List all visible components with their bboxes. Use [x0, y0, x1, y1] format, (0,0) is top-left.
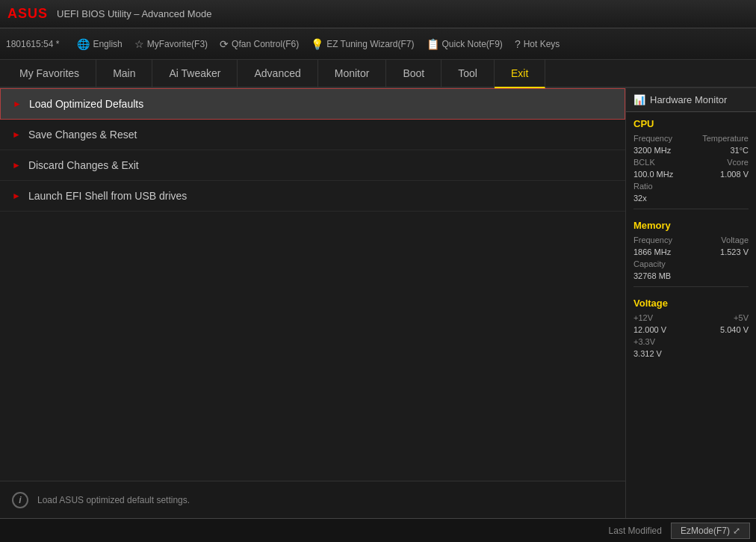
menu-list: ► Load Optimized Defaults ► Save Changes…: [0, 88, 625, 481]
tab-exit[interactable]: Exit: [495, 60, 545, 88]
arrow-icon: ►: [13, 99, 22, 109]
myfavorite-button[interactable]: ☆ MyFavorite(F3): [134, 38, 208, 50]
memory-section-title: Memory: [626, 214, 756, 234]
qfan-button[interactable]: ⟳ Qfan Control(F6): [220, 38, 299, 50]
cpu-ratio-row: Ratio: [626, 180, 756, 192]
arrow-icon-4: ►: [12, 191, 21, 201]
hotkeys-icon: ?: [515, 38, 521, 50]
toolbar: 1801615:54 * 🌐 English ☆ MyFavorite(F3) …: [0, 28, 756, 60]
hw-monitor-label: Hardware Monitor: [650, 94, 727, 105]
ez-mode-button[interactable]: EzMode(F7) ⤢: [671, 523, 750, 539]
mem-capacity-value: 32768 MB: [633, 271, 671, 280]
qfan-label: Qfan Control(F6): [232, 39, 299, 49]
v33-value-row: 3.312 V: [626, 348, 756, 360]
voltage-section-title: Voltage: [626, 292, 756, 312]
last-modified-label: Last Modified: [609, 526, 662, 536]
v33-label: +3.3V: [633, 337, 655, 346]
mem-frequency-row: Frequency Voltage: [626, 234, 756, 246]
cpu-bclk-value-row: 100.0 MHz 1.008 V: [626, 168, 756, 180]
tab-ai-tweaker[interactable]: Ai Tweaker: [152, 60, 238, 87]
cpu-ratio-label: Ratio: [633, 182, 653, 191]
tab-monitor[interactable]: Monitor: [318, 60, 387, 87]
v12-row: +12V +5V: [626, 312, 756, 324]
quicknote-icon: 📋: [427, 38, 439, 50]
mem-frequency-value-row: 1866 MHz 1.523 V: [626, 246, 756, 258]
menu-item-label-4: Launch EFI Shell from USB drives: [28, 190, 187, 202]
hardware-monitor-sidebar: 📊 Hardware Monitor CPU Frequency Tempera…: [625, 88, 756, 518]
v5-value: 5.040 V: [720, 325, 749, 334]
menu-item-label: Load Optimized Defaults: [29, 98, 143, 110]
memory-divider: [633, 286, 749, 287]
info-text: Load ASUS optimized default settings.: [37, 495, 190, 505]
eztuning-icon: 💡: [311, 38, 323, 50]
cpu-bclk-label: BCLK: [633, 158, 655, 167]
hw-monitor-title: 📊 Hardware Monitor: [626, 88, 756, 112]
quicknote-button[interactable]: 📋 Quick Note(F9): [427, 38, 503, 50]
tab-advanced[interactable]: Advanced: [238, 60, 317, 87]
v5-label: +5V: [734, 313, 749, 322]
language-icon: 🌐: [77, 38, 90, 50]
hw-monitor-icon: 📊: [633, 94, 645, 105]
eztuning-label: EZ Tuning Wizard(F7): [326, 39, 414, 49]
cpu-section-title: CPU: [626, 112, 756, 132]
ez-mode-label: EzMode(F7): [681, 526, 730, 536]
arrow-icon-2: ►: [12, 129, 21, 140]
language-button[interactable]: 🌐 English: [77, 38, 122, 50]
v33-value: 3.312 V: [633, 349, 662, 358]
quicknote-label: Quick Note(F9): [442, 39, 503, 49]
v33-row: +3.3V: [626, 336, 756, 348]
cpu-frequency-value: 3200 MHz: [633, 146, 671, 155]
asus-logo: ASUS: [7, 6, 48, 22]
qfan-icon: ⟳: [220, 38, 229, 50]
cpu-divider: [633, 209, 749, 209]
ez-mode-icon: ⤢: [733, 526, 740, 536]
myfavorite-label: MyFavorite(F3): [147, 39, 208, 49]
tab-boot[interactable]: Boot: [386, 60, 441, 87]
cpu-temperature-label: Temperature: [702, 134, 749, 143]
menu-item-load-optimized-defaults[interactable]: ► Load Optimized Defaults: [0, 88, 625, 120]
cpu-ratio-value: 32x: [633, 194, 647, 203]
menu-item-label-3: Discard Changes & Exit: [28, 159, 139, 171]
info-icon: i: [12, 492, 28, 508]
menu-item-launch-efi-shell[interactable]: ► Launch EFI Shell from USB drives: [0, 181, 625, 212]
hotkeys-button[interactable]: ? Hot Keys: [515, 38, 560, 50]
bottom-bar: Last Modified EzMode(F7) ⤢: [0, 518, 756, 542]
tab-my-favorites[interactable]: My Favorites: [3, 60, 96, 87]
tab-tool[interactable]: Tool: [441, 60, 495, 87]
hotkeys-label: Hot Keys: [524, 39, 560, 49]
top-bar: ASUS UEFI BIOS Utility – Advanced Mode: [0, 0, 756, 28]
cpu-ratio-value-row: 32x: [626, 192, 756, 204]
myfavorite-icon: ☆: [134, 38, 144, 50]
cpu-bclk-value: 100.0 MHz: [633, 170, 673, 179]
tab-main[interactable]: Main: [96, 60, 152, 87]
v12-value-row: 12.000 V 5.040 V: [626, 324, 756, 336]
mem-frequency-value: 1866 MHz: [633, 247, 671, 256]
title-text: UEFI BIOS Utility – Advanced Mode: [57, 8, 211, 19]
v12-value: 12.000 V: [633, 325, 666, 334]
cpu-vcore-value: 1.008 V: [720, 170, 749, 179]
eztuning-button[interactable]: 💡 EZ Tuning Wizard(F7): [311, 38, 414, 50]
mem-capacity-value-row: 32768 MB: [626, 270, 756, 282]
mem-capacity-label: Capacity: [633, 259, 666, 268]
mem-frequency-label: Frequency: [633, 235, 672, 244]
mem-voltage-value: 1.523 V: [720, 247, 749, 256]
info-bar: i Load ASUS optimized default settings.: [0, 481, 625, 518]
menu-item-label-2: Save Changes & Reset: [28, 129, 137, 141]
cpu-frequency-label: Frequency: [633, 134, 672, 143]
mem-voltage-label: Voltage: [721, 235, 749, 244]
v12-label: +12V: [633, 313, 653, 322]
nav-tabs: My Favorites Main Ai Tweaker Advanced Mo…: [0, 60, 756, 88]
cpu-temperature-value: 31°C: [730, 146, 749, 155]
cpu-frequency-value-row: 3200 MHz 31°C: [626, 144, 756, 156]
cpu-bclk-row: BCLK Vcore: [626, 156, 756, 168]
cpu-frequency-row: Frequency Temperature: [626, 132, 756, 144]
menu-item-save-changes-reset[interactable]: ► Save Changes & Reset: [0, 120, 625, 150]
arrow-icon-3: ►: [12, 160, 21, 170]
menu-item-discard-changes-exit[interactable]: ► Discard Changes & Exit: [0, 150, 625, 181]
cpu-vcore-label: Vcore: [727, 158, 749, 167]
datetime: 1801615:54 *: [6, 39, 59, 49]
mem-capacity-row: Capacity: [626, 258, 756, 270]
language-label: English: [93, 39, 122, 49]
